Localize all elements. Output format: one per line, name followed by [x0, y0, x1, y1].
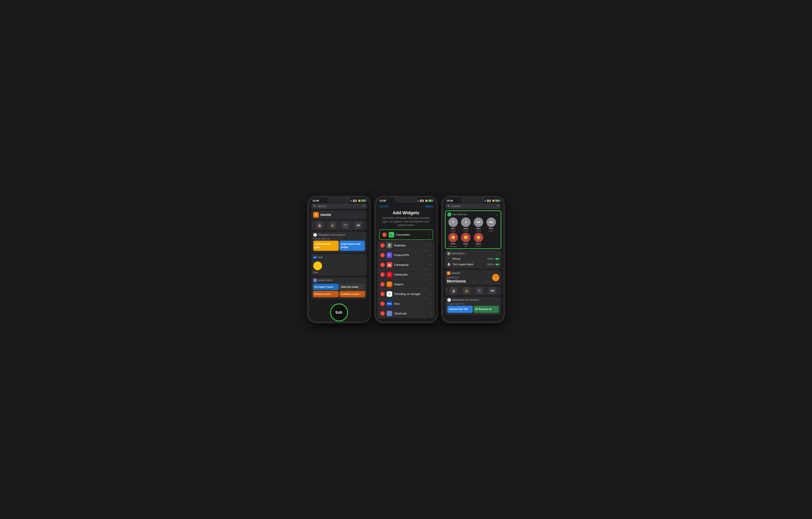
batteries-app-icon-3: 🔋: [447, 252, 451, 255]
favourites-list-item[interactable]: − 📞 Favourites ≡: [379, 230, 433, 240]
swarm-widget-1[interactable]: S SWARM: [311, 211, 367, 219]
drag-handle-santander[interactable]: ≡: [430, 273, 432, 276]
protonvpn-list-item[interactable]: − V ProtonVPN ≡: [378, 250, 435, 260]
remove-proton-btn[interactable]: −: [380, 253, 385, 257]
shortcut-icon-keyboard[interactable]: ⌨️: [355, 222, 362, 229]
swarm-list-item[interactable]: − S Swarm ≡: [378, 279, 435, 289]
done-btn[interactable]: Done: [426, 204, 433, 208]
share-nearby-btn[interactable]: Share file nearby: [340, 284, 365, 290]
drag-handle-proton[interactable]: ≡: [430, 253, 432, 257]
wifi-icon-2: 📶: [425, 199, 428, 202]
shortcut-icon-lock-3[interactable]: 🔒: [463, 287, 470, 294]
fantastical-list-item[interactable]: − 📅 Fantastical ≡: [378, 260, 435, 270]
santander-icon: S: [387, 272, 392, 277]
shortcut-icons-row-1: 🎂 🔒 📷 ⌨️: [311, 220, 367, 230]
shortcut-icon-cake[interactable]: 🎂: [316, 222, 323, 229]
drag-handle-batteries[interactable]: ≡: [430, 244, 432, 247]
contact-jared-name: Jared: [463, 227, 468, 229]
contact-anna-mail[interactable]: 😊 Anna Mail: [460, 233, 472, 247]
proton-name: ProtonVPN: [394, 253, 428, 257]
contact-anna-iphone[interactable]: 😊 Anna iPhone: [472, 233, 485, 247]
shortcuts-icon-list: ✂: [387, 311, 392, 316]
santander-list-item[interactable]: − S Santander ≡: [378, 270, 435, 279]
run-apple-frames-btn[interactable]: Run Apple Frames: [313, 284, 339, 290]
remove-hue-btn[interactable]: −: [380, 302, 385, 306]
shortcut-icon-lock[interactable]: 🔒: [329, 222, 336, 229]
iphone-pct: 100%: [487, 257, 494, 260]
shortcuts-list-item[interactable]: − ✂ Shortcuts ≡: [378, 309, 435, 318]
cancel-btn[interactable]: Cancel: [379, 204, 388, 208]
swarm-icon-list: S: [387, 281, 392, 287]
popular-text-3: Popular right now: [445, 303, 501, 306]
status-icons-3: ▲ ▌▌▌ 📶: [484, 199, 499, 202]
search-bar-1[interactable]: 🔍 Search 🎤: [311, 203, 367, 209]
battery-icon-2: [428, 199, 433, 202]
combine-screens-btn[interactable]: Combine screens…: [340, 291, 365, 297]
search-icon-1: 🔍: [313, 205, 317, 208]
drag-handle-swarm[interactable]: ≡: [430, 283, 432, 286]
hue-icon-wrap-1: ☀️: [311, 260, 367, 271]
remove-shortcuts-btn[interactable]: −: [380, 311, 385, 316]
drag-handle-hue[interactable]: ≡: [430, 302, 432, 305]
trending-widget-1[interactable]: G TRENDING ON GOOGLE › Popular right now…: [311, 231, 367, 253]
contact-anna-iphone-avatar: 😊: [474, 233, 483, 242]
search-bar-3[interactable]: 🔍 Search 🎤: [445, 203, 501, 209]
contact-jared[interactable]: J Jared mobile: [460, 217, 472, 232]
favourites-widget-row[interactable]: − 📞 Favourites ≡: [379, 229, 433, 240]
shortcuts-name: Shortcuts: [394, 312, 428, 315]
favourites-widget-header-3: 📞 FAVOURITES: [445, 211, 501, 217]
favourites-section-3[interactable]: 📞 FAVOURITES → T tony mobile J Jared mob…: [445, 211, 501, 249]
contact-mum-md[interactable]: MD Mum mobile: [485, 217, 497, 232]
santander-name: Santander: [394, 273, 428, 276]
trending-pill-1[interactable]: wetherspoons pubs: [313, 241, 339, 251]
contact-tony-name: tony: [451, 227, 455, 229]
shortcut-icon-cake-3[interactable]: 🎂: [450, 287, 457, 294]
shortcut-icon-camera-3[interactable]: 📷: [476, 287, 483, 294]
remove-batteries-btn[interactable]: −: [380, 243, 385, 248]
swarm-section-3[interactable]: S SWARM Check in at Morrisons 📍: [445, 270, 501, 285]
trending-pill-p3-1[interactable]: markets ftse 100: [447, 306, 473, 313]
shortcut-icons-section-3: 🎂 🔒 📷 ⌨️: [445, 286, 501, 295]
remove-fantastical-btn[interactable]: −: [380, 263, 385, 267]
trending-list-item[interactable]: − G Trending on Google ≡: [378, 289, 435, 299]
screenshots-container: 14:59 ▲ ▌▌▌ 📶 🔍 Search 🎤 S SWA: [307, 196, 505, 323]
modal-subtitle: Get timely information from your favouri…: [376, 216, 436, 229]
hue-list-item[interactable]: − HUE Hue ≡: [378, 299, 435, 309]
status-time-1: 14:59: [313, 199, 319, 202]
batteries-list-item[interactable]: − 🔋 Batteries ≡: [378, 241, 435, 250]
trending-pill-2[interactable]: pope francis lord prayer: [340, 241, 365, 251]
battery-fill-2: [429, 200, 432, 201]
phone-3: 15:00 ▲ ▌▌▌ 📶 🔍 Search 🎤 📞: [441, 196, 505, 323]
remove-favourites-btn[interactable]: −: [382, 233, 387, 237]
hue-widget-1[interactable]: HUE HUE › ☀️ Hue: [311, 254, 367, 276]
trending-pills-1: wetherspoons pubs pope francis lord pray…: [311, 241, 367, 253]
phone-2-screen: 14:59 ▲ ▌▌▌ 📶 Cancel Done Add Widgets Ge…: [376, 198, 436, 321]
contact-anna-msg[interactable]: 😊 Anna Messages: [447, 233, 459, 247]
google-g-icon-3: G: [447, 298, 451, 302]
trending-pill-p3-2[interactable]: off licences uk: [473, 306, 499, 313]
drag-handle-shortcuts[interactable]: ≡: [430, 312, 432, 315]
iphone-device-name: iPhone: [453, 257, 486, 260]
shortcut-icon-camera[interactable]: 📷: [342, 222, 349, 229]
edit-label: Edit: [336, 310, 343, 315]
drag-handle-favourites[interactable]: ≡: [428, 233, 430, 236]
remove-trending-btn[interactable]: −: [380, 292, 385, 296]
edit-circle-btn[interactable]: Edit: [330, 304, 348, 321]
remove-santander-btn[interactable]: −: [380, 272, 385, 277]
swarm-pin-icon-3: 📍: [492, 274, 499, 281]
batteries-header-row: 🔋 BATTERIES: [447, 252, 499, 255]
hue-header-1: HUE HUE ›: [311, 254, 367, 260]
contact-tony-sub: mobile: [450, 230, 456, 232]
airdrop-screen-btn[interactable]: AirDrop screen…: [313, 291, 339, 297]
shortcut-icon-keyboard-3[interactable]: ⌨️: [489, 287, 496, 294]
batteries-section-3: 🔋 BATTERIES 📱 iPhone 100% ⌚ Tim's Apple …: [445, 250, 501, 269]
remove-swarm-btn[interactable]: −: [380, 282, 385, 286]
trending-widget-3[interactable]: G TRENDING ON GOOGLE › Popular right now…: [445, 297, 501, 315]
contact-tony[interactable]: T tony mobile: [447, 217, 459, 232]
drag-handle-trending[interactable]: ≡: [430, 293, 432, 296]
hue-icon-list: HUE: [387, 301, 392, 306]
battery-fill-1: [362, 200, 365, 201]
contact-mum-mm[interactable]: MM Mum mobile: [472, 217, 485, 232]
drag-handle-fantastical[interactable]: ≡: [430, 263, 432, 267]
battery-watch-row: ⌚ Tim's Apple Watch 100%: [447, 262, 499, 267]
